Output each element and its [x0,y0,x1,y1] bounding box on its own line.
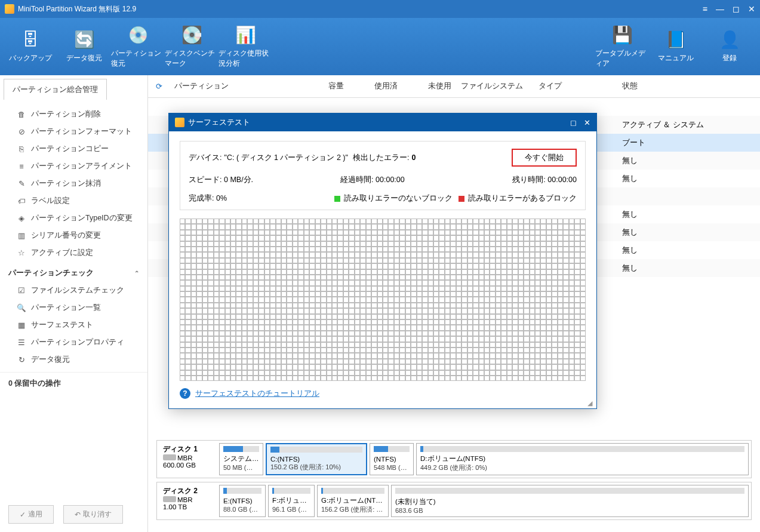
close-icon[interactable]: ✕ [584,118,590,127]
sidebar-item-typeid[interactable]: ◈パーティションTypeIDの変更 [0,210,147,227]
dialog-info-box: デバイス: "C: ( ディスク 1 パーティション 2 )" 検出したエラー:… [180,141,586,210]
resize-grip-icon[interactable]: ◢ [587,399,595,407]
data-recovery-button[interactable]: 🔄データ復元 [57,23,111,70]
col-free[interactable]: 未使用 [402,81,456,91]
start-now-button[interactable]: 今すぐ開始 [512,149,577,167]
sidebar-tab[interactable]: パーティション総合管理 [4,79,107,100]
sidebar-item-delete[interactable]: 🗑パーティション削除 [0,106,147,123]
reload-icon[interactable]: ⟳ [148,82,170,91]
format-icon: ⊘ [17,127,26,136]
partition-box-selected[interactable]: C:(NTFS)150.2 GB (使用済: 10%) [266,443,367,475]
speed-label: スピード: [189,176,221,184]
maximize-icon[interactable]: ◻ [733,4,740,14]
pending-operations: 0 保留中の操作 [0,372,147,395]
sidebar-item-copy[interactable]: ⎘パーティションコピー [0,140,147,158]
partition-recovery-label: パーティション復元 [111,48,165,69]
partition-box[interactable]: (未割り当て)683.6 GB [391,485,749,517]
legend-err-label: 読み取りエラーがあるブロック [468,193,577,204]
partition-box[interactable]: F:ボリューム(N96.1 GB (使用 [268,485,315,517]
search-icon: 🔍 [17,303,26,312]
block-map [180,219,586,381]
grid-icon: ▦ [17,321,26,330]
maximize-icon[interactable]: ◻ [570,118,577,127]
id-icon: ◈ [17,214,26,223]
errors-label: 検出したエラー: [353,153,409,163]
bootable-media-button[interactable]: 💾ブータブルメディア [595,23,649,70]
col-type[interactable]: タイプ [534,81,617,91]
state-cell: ブート [617,138,760,148]
disk-label[interactable]: ディスク 2 MBR 1.00 TB [159,485,217,517]
partition-box[interactable]: E:(NTFS)88.0 GB (使用 [219,485,266,517]
app-icon [5,4,14,14]
col-state[interactable]: 状態 [617,81,760,91]
sidebar: パーティション総合管理 🗑パーティション削除 ⊘パーティションフォーマット ⎘パ… [0,75,148,532]
copy-icon: ⎘ [17,145,26,153]
register-button[interactable]: 👤登録 [703,23,756,70]
sidebar-label: パーティションアライメント [31,161,132,171]
book-icon: 📘 [666,30,687,50]
partition-box[interactable]: システムで予約50 MB (使用 [219,443,263,475]
sidebar-item-wipe[interactable]: ✎パーティション抹消 [0,175,147,192]
help-icon[interactable]: ? [180,388,190,399]
sidebar-item-format[interactable]: ⊘パーティションフォーマット [0,123,147,140]
backup-button[interactable]: 🗄バックアップ [4,23,57,70]
col-filesystem[interactable]: ファイルシステム [456,81,534,91]
partition-box[interactable]: D:ボリューム(NTFS)449.2 GB (使用済: 0%) [416,443,749,475]
errors-value: 0 [411,153,416,162]
partition-box[interactable]: G:ボリューム(NTFS)156.2 GB (使用済: 0% [317,485,389,517]
close-icon[interactable]: ✕ [748,4,755,14]
sidebar-item-active[interactable]: ☆アクティブに設定 [0,244,147,262]
disk-size: 600.00 GB [163,462,213,469]
sidebar-section-check[interactable]: パーティションチェック⌃ [0,262,147,282]
sidebar-item-explore[interactable]: 🔍パーティション一覧 [0,299,147,316]
barcode-icon: ▥ [17,231,26,240]
disk-icon [163,454,176,460]
remain-value: 00:00:00 [547,176,577,184]
sidebar-label: データ復元 [31,355,70,365]
disk-row-2: ディスク 2 MBR 1.00 TB E:(NTFS)88.0 GB (使用 F… [156,482,752,520]
dialog-titlebar[interactable]: サーフェステスト ◻ ✕ [169,113,596,131]
sidebar-label: ラベル設定 [31,196,70,206]
section-label: パーティションチェック [8,267,94,278]
trash-icon: 🗑 [17,110,26,119]
green-swatch-icon [334,196,340,202]
sidebar-item-surface[interactable]: ▦サーフェステスト [0,316,147,334]
benchmark-button[interactable]: 💽ディスクベンチマーク [165,23,219,70]
sidebar-label: サーフェステスト [31,320,93,330]
app-icon [175,118,184,127]
partition-box[interactable]: (NTFS)548 MB (使用 [370,443,414,475]
disk-icon [163,496,176,502]
legend-ok-label: 読み取りエラーのないブロック [344,193,453,204]
sidebar-label: ファイルシステムチェック [31,285,124,296]
col-used[interactable]: 使用済 [349,81,402,91]
sidebar-item-label[interactable]: 🏷ラベル設定 [0,192,147,210]
titlebar: MiniTool Partition Wizard 無料版 12.9 ≡ — ◻… [0,0,760,18]
bootable-media-label: ブータブルメディア [595,48,649,69]
disk-label[interactable]: ディスク 1 MBR 600.00 GB [159,443,217,475]
sidebar-item-fscheck[interactable]: ☑ファイルシステムチェック [0,282,147,299]
col-partition[interactable]: パーティション [170,81,289,91]
sidebar-item-props[interactable]: ☰パーティションプロパティ [0,334,147,351]
usb-icon: 💾 [612,25,633,45]
hamburger-icon[interactable]: ≡ [703,4,707,14]
space-analyzer-label: ディスク使用状況分析 [219,48,272,69]
disk-row-1: ディスク 1 MBR 600.00 GB システムで予約50 MB (使用 C:… [156,440,752,478]
label-icon: 🏷 [17,197,26,205]
manual-button[interactable]: 📘マニュアル [649,23,703,70]
minimize-icon[interactable]: — [716,4,724,14]
tutorial-link[interactable]: サーフェステストのチュートリアル [195,389,319,399]
sidebar-item-recover[interactable]: ↻データ復元 [0,351,147,368]
space-analyzer-button[interactable]: 📊ディスク使用状況分析 [219,23,272,70]
disk-type: MBR [177,454,193,462]
recover-icon: ↻ [17,355,26,364]
undo-button[interactable]: ↶取り消す [63,505,123,524]
col-capacity[interactable]: 容量 [289,81,349,91]
sidebar-item-serial[interactable]: ▥シリアル番号の変更 [0,227,147,244]
sidebar-label: アクティブに設定 [31,248,93,258]
apply-button[interactable]: ✓適用 [8,505,54,524]
state-cell: 無し [617,245,760,256]
disk-map: ディスク 1 MBR 600.00 GB システムで予約50 MB (使用 C:… [156,440,752,524]
remain-label: 残り時間: [512,176,545,184]
partition-recovery-button[interactable]: 💿パーティション復元 [111,23,165,70]
sidebar-item-align[interactable]: ≡パーティションアライメント [0,158,147,175]
